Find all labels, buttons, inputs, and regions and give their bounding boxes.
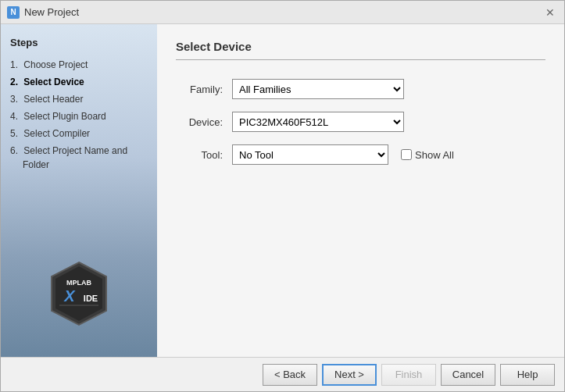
family-label: Family: bbox=[176, 84, 223, 95]
step-3-num: 3. bbox=[10, 94, 18, 105]
step-6: 6. Select Project Name and Folder bbox=[10, 142, 148, 173]
sidebar: Steps 1. Choose Project 2. Select Device… bbox=[1, 24, 157, 357]
step-1-num: 1. bbox=[10, 59, 18, 70]
form-area: Family: All Families PIC12 PIC16 PIC18 P… bbox=[176, 79, 545, 165]
tool-label: Tool: bbox=[176, 149, 223, 161]
close-button[interactable]: ✕ bbox=[542, 5, 558, 20]
step-1: 1. Choose Project bbox=[10, 56, 148, 73]
logo-area: MPLAB X IDE bbox=[10, 258, 148, 344]
step-3-label: Select Header bbox=[23, 94, 83, 105]
step-4-num: 4. bbox=[10, 111, 18, 122]
step-6-num: 6. bbox=[10, 145, 18, 156]
content-area: Steps 1. Choose Project 2. Select Device… bbox=[1, 24, 564, 357]
step-5-label: Select Compiler bbox=[23, 128, 90, 139]
step-6-label-2: Folder bbox=[10, 159, 49, 170]
svg-text:IDE: IDE bbox=[84, 294, 98, 303]
device-label: Device: bbox=[176, 116, 223, 128]
tool-select[interactable]: No Tool MPLAB ICD 3 MPLAB PICkit 3 bbox=[232, 144, 388, 165]
step-3: 3. Select Header bbox=[10, 91, 148, 108]
device-select[interactable]: PIC32MX460F512L PIC32MX360F512L PIC32MX7… bbox=[232, 112, 404, 132]
step-4: 4. Select Plugin Board bbox=[10, 108, 148, 125]
step-1-label: Choose Project bbox=[23, 59, 88, 70]
finish-button: Finish bbox=[381, 364, 436, 386]
step-4-label: Select Plugin Board bbox=[23, 111, 105, 122]
mplab-logo: MPLAB X IDE bbox=[44, 258, 114, 329]
main-panel: Select Device Family: All Families PIC12… bbox=[157, 24, 564, 357]
main-window: N New Project ✕ Steps 1. Choose Project … bbox=[0, 0, 565, 392]
show-all-area: Show All bbox=[401, 149, 454, 161]
next-button[interactable]: Next > bbox=[322, 364, 377, 386]
family-row: Family: All Families PIC12 PIC16 PIC18 P… bbox=[176, 79, 545, 99]
help-button[interactable]: Help bbox=[500, 364, 555, 386]
logo-svg: MPLAB X IDE bbox=[44, 258, 114, 329]
show-all-checkbox[interactable] bbox=[401, 149, 412, 160]
step-2-label: Select Device bbox=[23, 77, 84, 87]
steps-section: Steps 1. Choose Project 2. Select Device… bbox=[10, 37, 148, 173]
step-5-num: 5. bbox=[10, 128, 18, 139]
step-2: 2. Select Device bbox=[10, 73, 148, 91]
tool-row: Tool: No Tool MPLAB ICD 3 MPLAB PICkit 3… bbox=[176, 144, 545, 165]
svg-text:MPLAB: MPLAB bbox=[66, 279, 91, 287]
step-6-label: Select Project Name and bbox=[23, 145, 127, 156]
steps-list: 1. Choose Project 2. Select Device 3. Se… bbox=[10, 56, 148, 173]
bottom-bar: < Back Next > Finish Cancel Help bbox=[1, 357, 564, 391]
window-title: New Project bbox=[24, 6, 79, 18]
title-bar: N New Project ✕ bbox=[1, 1, 564, 24]
back-button[interactable]: < Back bbox=[263, 364, 317, 386]
svg-text:X: X bbox=[63, 287, 76, 305]
family-select[interactable]: All Families PIC12 PIC16 PIC18 PIC24 PIC… bbox=[232, 79, 404, 99]
panel-title: Select Device bbox=[176, 40, 545, 60]
step-2-num: 2. bbox=[10, 77, 18, 87]
app-icon: N bbox=[7, 6, 20, 19]
show-all-label: Show All bbox=[415, 149, 454, 161]
steps-title: Steps bbox=[10, 37, 148, 48]
title-bar-left: N New Project bbox=[7, 6, 79, 19]
device-row: Device: PIC32MX460F512L PIC32MX360F512L … bbox=[176, 112, 545, 132]
step-5: 5. Select Compiler bbox=[10, 125, 148, 142]
cancel-button[interactable]: Cancel bbox=[441, 364, 495, 386]
